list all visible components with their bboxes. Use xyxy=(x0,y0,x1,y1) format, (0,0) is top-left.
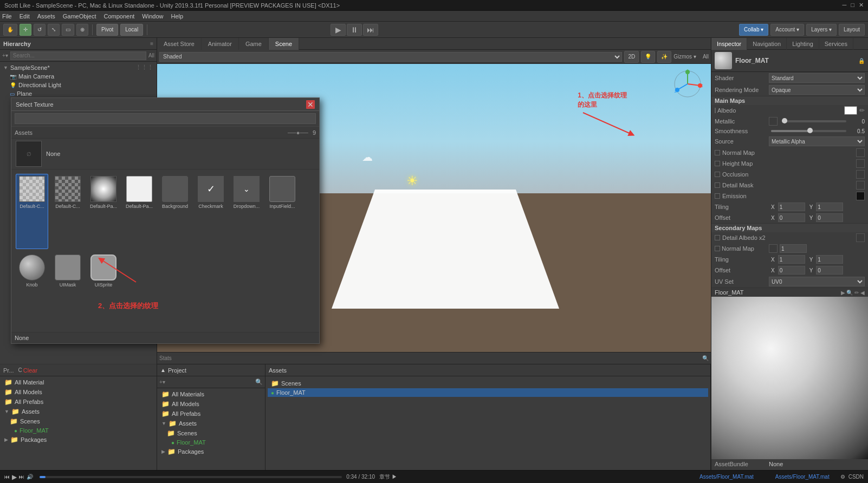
menu-help[interactable]: Help xyxy=(171,13,183,19)
bp1-search[interactable]: 🔍 xyxy=(255,378,263,386)
menu-component[interactable]: Component xyxy=(103,13,134,19)
play-btn[interactable]: ▶ xyxy=(331,24,346,36)
bp1-scenes[interactable]: 📁 Scenes xyxy=(158,428,264,438)
move-tool-btn[interactable]: ✛ xyxy=(20,24,31,36)
status-volume-icon[interactable]: 🔊 xyxy=(27,474,33,480)
floor-mat-icons[interactable]: ▶ 🔍 ✏ ◀ xyxy=(841,290,865,296)
albedo-edit-icon[interactable]: ✏ xyxy=(859,107,865,114)
shaded-select[interactable]: Shaded xyxy=(159,52,622,62)
animator-tab[interactable]: Animator xyxy=(202,38,239,50)
pivot-btn[interactable]: Pivot xyxy=(96,24,118,36)
normal-map-swatch[interactable] xyxy=(856,148,865,157)
detail-albedo-checkbox[interactable] xyxy=(715,235,720,240)
texture-item-uimask[interactable]: UIMask xyxy=(51,252,84,328)
texture-item-7[interactable]: InputField... xyxy=(266,174,299,249)
metallic-thumb[interactable] xyxy=(782,118,787,123)
bp1-packages[interactable]: ▶ 📁 Packages xyxy=(158,447,264,456)
status-play-btn[interactable]: ▶ xyxy=(12,473,17,481)
tiling-x-input[interactable] xyxy=(778,203,805,211)
sec-tiling-x-input[interactable] xyxy=(778,255,805,264)
texture-item-uisprite[interactable]: UISprite xyxy=(87,252,120,328)
rendering-mode-select[interactable]: Opaque xyxy=(769,85,865,95)
texture-item-2[interactable]: Default-Pa... xyxy=(87,174,120,249)
lighting-tab[interactable]: Lighting xyxy=(787,38,819,50)
bp1-all-materials[interactable]: 📁 All Materials xyxy=(158,389,264,399)
scenes-folder-item[interactable]: 📁 Scenes xyxy=(1,416,156,426)
metallic-slider[interactable] xyxy=(782,120,846,122)
menu-gameobject[interactable]: GameObject xyxy=(63,13,96,19)
dialog-search-input[interactable] xyxy=(15,113,316,124)
hierarchy-scene[interactable]: ▼ SampleScene* ⋮⋮⋮ xyxy=(1,63,156,72)
bp1-all-models[interactable]: 📁 All Models xyxy=(158,399,264,409)
hand-tool-btn[interactable]: ✋ xyxy=(3,24,17,36)
dialog-close-btn[interactable]: ✕ xyxy=(306,100,315,109)
bp1-all-prefabs[interactable]: 📁 All Prefabs xyxy=(158,409,264,419)
maximize-btn[interactable]: □ xyxy=(851,2,854,9)
hierarchy-search-input[interactable] xyxy=(10,51,146,60)
scene-tab[interactable]: Scene xyxy=(269,38,299,50)
bp2-scenes[interactable]: 📁 Scenes xyxy=(268,378,708,388)
height-map-swatch[interactable] xyxy=(856,159,865,168)
smoothness-thumb[interactable] xyxy=(807,128,813,133)
normal-map-checkbox[interactable] xyxy=(715,150,720,155)
game-tab[interactable]: Game xyxy=(239,38,269,50)
status-next-btn[interactable]: ⏭ xyxy=(19,474,24,480)
dialog-slider[interactable]: ──●── xyxy=(288,129,308,136)
console-clear[interactable]: C xyxy=(18,367,22,373)
sec-normal-checkbox[interactable] xyxy=(715,246,720,251)
minimize-btn[interactable]: ─ xyxy=(843,2,847,9)
uv-set-select[interactable]: UV0 xyxy=(769,277,865,286)
gizmos-btn[interactable]: Gizmos ▾ xyxy=(673,54,696,60)
occlusion-swatch[interactable] xyxy=(856,170,865,179)
inspector-lock[interactable]: 🔒 xyxy=(858,58,865,64)
scale-tool-btn[interactable]: ⤡ xyxy=(48,24,60,36)
metallic-texture[interactable] xyxy=(769,117,778,126)
emission-checkbox[interactable] xyxy=(715,193,720,199)
height-map-checkbox[interactable] xyxy=(715,161,720,166)
hierarchy-main-camera[interactable]: 📷 Main Camera xyxy=(1,72,156,81)
collab-btn[interactable]: Collab ▾ xyxy=(739,24,768,36)
gizmo-widget[interactable]: Y X Z xyxy=(673,69,703,100)
close-btn[interactable]: ✕ xyxy=(859,2,864,9)
bp2-floor-mat[interactable]: ● Floor_MAT xyxy=(268,388,708,397)
bp1-add[interactable]: +▾ xyxy=(159,379,165,385)
2d-btn[interactable]: 2D xyxy=(624,51,639,63)
pause-btn[interactable]: ⏸ xyxy=(347,24,362,36)
menu-assets[interactable]: Assets xyxy=(37,13,55,19)
material-sphere-preview[interactable] xyxy=(711,297,868,459)
status-settings[interactable]: ⚙ xyxy=(840,474,845,480)
navigation-tab[interactable]: Navigation xyxy=(747,38,787,50)
layout-btn[interactable]: Layout xyxy=(839,24,865,36)
rect-tool-btn[interactable]: ▭ xyxy=(62,24,74,36)
sec-normal-swatch[interactable] xyxy=(769,244,778,253)
account-btn[interactable]: Account ▾ xyxy=(770,24,804,36)
detail-mask-checkbox[interactable] xyxy=(715,182,720,188)
offset-y-input[interactable] xyxy=(816,213,843,222)
clear-label[interactable]: Clear xyxy=(23,367,37,374)
albedo-checkbox[interactable] xyxy=(715,108,716,113)
emission-swatch[interactable] xyxy=(856,192,865,200)
offset-x-input[interactable] xyxy=(778,213,805,222)
texture-item-0[interactable]: Default-C... xyxy=(16,174,48,249)
hierarchy-add-icon[interactable]: +▾ xyxy=(2,53,8,58)
all-prefabs-item[interactable]: 📁 All Prefabs xyxy=(1,397,156,407)
project-tab[interactable]: Pr... xyxy=(3,367,14,374)
assets-folder-item[interactable]: ▼ 📁 Assets xyxy=(1,407,156,416)
source-select[interactable]: Metallic Alpha xyxy=(769,136,865,146)
detail-albedo-swatch[interactable] xyxy=(856,233,865,242)
transform-tool-btn[interactable]: ⊕ xyxy=(76,24,88,36)
detail-mask-swatch[interactable] xyxy=(856,181,865,190)
all-material-item[interactable]: 📁 All Material xyxy=(1,377,156,387)
scene-menu[interactable]: ⋮⋮⋮ xyxy=(135,64,153,71)
hierarchy-plane[interactable]: ▭ Plane xyxy=(1,89,156,98)
bp1-floor-mat[interactable]: ● Floor_MAT xyxy=(158,438,264,447)
sec-offset-x-input[interactable] xyxy=(778,266,805,275)
packages-item[interactable]: ▶ 📁 Packages xyxy=(1,435,156,445)
status-chapter[interactable]: 章节 ▶ xyxy=(379,473,397,481)
sec-tiling-y-input[interactable] xyxy=(816,255,843,264)
sec-normal-value-input[interactable] xyxy=(780,244,807,253)
menu-edit[interactable]: Edit xyxy=(20,13,30,19)
none-thumb[interactable]: ∅ xyxy=(16,141,42,167)
texture-item-4[interactable]: Background xyxy=(159,174,191,249)
scene-light-btn[interactable]: 💡 xyxy=(641,51,655,63)
